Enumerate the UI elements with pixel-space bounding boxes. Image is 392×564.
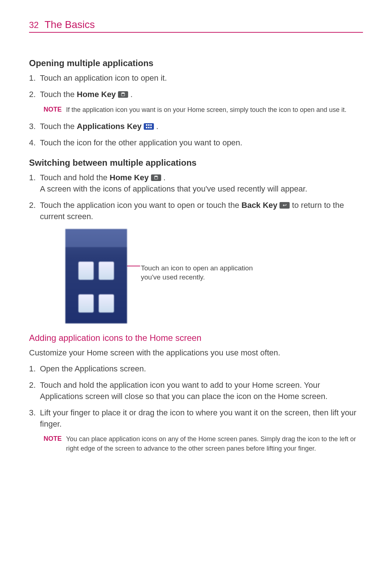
list-number: 2.: [29, 380, 37, 402]
home-key-label: Home Key: [77, 90, 116, 99]
s1-step-3: 3. Touch the Applications Key .: [29, 121, 363, 132]
callout-leader-line: [127, 266, 140, 266]
chapter-title: The Basics: [45, 19, 95, 31]
step-text: Touch the Applications Key .: [40, 121, 363, 132]
page: 32 The Basics Opening multiple applicati…: [0, 0, 392, 482]
list-number: 1.: [29, 73, 37, 84]
note-label: NOTE: [44, 105, 62, 114]
text: A screen with the icons of applications …: [40, 184, 307, 193]
text: .: [161, 173, 166, 182]
s3-note: NOTE You can place application icons on …: [44, 435, 363, 453]
list-number: 3.: [29, 121, 37, 132]
step-text: Open the Applications screen.: [40, 363, 363, 375]
s2-step-1: 1. Touch and hold the Home Key . A scree…: [29, 172, 363, 195]
section-title-switching: Switching between multiple applications: [29, 158, 363, 168]
step-text: Touch the Home Key .: [40, 89, 363, 100]
text: .: [128, 90, 132, 99]
list-number: 2.: [29, 200, 37, 222]
text: Touch the: [40, 122, 77, 131]
step-text: Touch an application icon to open it.: [40, 73, 363, 84]
section-title-adding: Adding application icons to the Home scr…: [29, 333, 363, 343]
step-text: Lift your finger to place it or drag the…: [40, 407, 363, 430]
page-header: 32 The Basics: [29, 19, 363, 33]
step-text: Touch the application icon you want to o…: [40, 200, 363, 222]
list-number: 4.: [29, 137, 37, 149]
s3-step-1: 1. Open the Applications screen.: [29, 363, 363, 375]
page-content: Opening multiple applications 1. Touch a…: [29, 33, 363, 453]
text: Touch the application icon you want to o…: [40, 201, 241, 210]
home-key-label: Home Key: [110, 173, 149, 182]
applications-key-label: Applications Key: [77, 122, 142, 131]
list-number: 1.: [29, 172, 37, 195]
recent-apps-figure: Touch an icon to open an application you…: [65, 229, 363, 323]
list-number: 2.: [29, 89, 37, 100]
note-text: You can place application icons on any o…: [66, 435, 363, 453]
s1-step-4: 4. Touch the icon for the other applicat…: [29, 137, 363, 149]
note-text: If the application icon you want is on y…: [66, 105, 346, 114]
back-key-icon: [279, 202, 290, 209]
text: .: [154, 122, 158, 131]
section-title-opening: Opening multiple applications: [29, 58, 363, 68]
home-key-icon: [151, 174, 161, 181]
figure-callout: Touch an icon to open an application you…: [134, 229, 264, 282]
s1-step-2: 2. Touch the Home Key .: [29, 89, 363, 100]
step-text: Touch and hold the application icon you …: [40, 380, 363, 402]
recent-apps-screenshot: [65, 229, 127, 323]
back-key-label: Back Key: [241, 201, 277, 210]
text: Touch and hold the: [40, 173, 110, 182]
note-label: NOTE: [44, 435, 62, 453]
applications-key-icon: [144, 123, 154, 130]
s3-intro: Customize your Home screen with the appl…: [29, 347, 363, 359]
s2-step-2: 2. Touch the application icon you want t…: [29, 200, 363, 222]
s3-step-2: 2. Touch and hold the application icon y…: [29, 380, 363, 402]
step-text: Touch the icon for the other application…: [40, 137, 363, 149]
step-text: Touch and hold the Home Key . A screen w…: [40, 172, 363, 195]
s3-step-3: 3. Lift your finger to place it or drag …: [29, 407, 363, 430]
s1-note: NOTE If the application icon you want is…: [44, 105, 363, 114]
list-number: 1.: [29, 363, 37, 375]
home-key-icon: [118, 91, 128, 98]
callout-text: Touch an icon to open an application you…: [141, 263, 264, 282]
text: Touch the: [40, 90, 77, 99]
list-number: 3.: [29, 407, 37, 430]
page-number: 32: [29, 20, 39, 30]
s1-step-1: 1. Touch an application icon to open it.: [29, 73, 363, 84]
